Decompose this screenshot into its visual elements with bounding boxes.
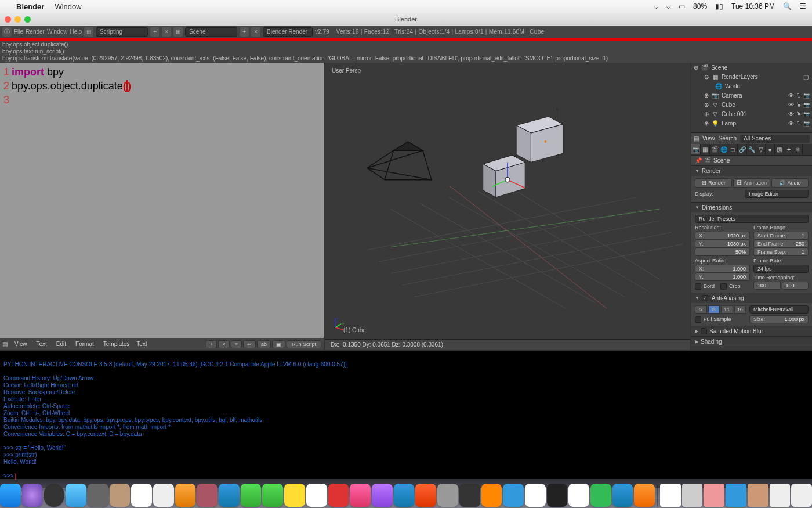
remap-new-field[interactable]: 100 [782,282,809,290]
appstore-app-icon[interactable] [394,484,415,507]
outliner-item[interactable]: ⊕▽Cube.001👁🖰📷 [691,109,812,118]
shading-panel-header[interactable]: ▶Shading [691,336,812,347]
world-tab-icon[interactable]: 🌐 [719,144,728,154]
atom-app-icon[interactable] [612,484,633,507]
itunes-app-icon[interactable] [350,484,371,507]
render-icon[interactable]: 📷 [803,120,810,127]
info-editor-icon[interactable]: ⓘ [2,27,12,37]
code-editor[interactable]: 1import bpy 2bpy.ops.object.duplicate() … [0,63,324,338]
cursor-icon[interactable]: 🖰 [796,120,802,127]
particles-tab-icon[interactable]: ✦ [784,144,793,154]
audio-button[interactable]: 🔊Audio [771,178,809,188]
animation-button[interactable]: 🎞Animation [733,178,770,188]
scene-remove-icon[interactable]: × [251,27,260,37]
res-pct-field[interactable]: 50% [695,248,750,256]
pin-icon[interactable]: 📌 [695,157,702,164]
outliner-search-menu[interactable]: Search [719,135,737,142]
aa-panel-header[interactable]: ▼Anti-Aliasing [691,293,812,303]
outliner[interactable]: ⊖🎬Scene ⊖▦RenderLayers▢ 🌐World ⊕📷Camera👁… [691,63,812,132]
render-icon[interactable]: 📷 [803,102,810,108]
reminders-app-icon[interactable] [306,484,327,507]
te-text-menu[interactable]: Text [34,341,49,347]
aspect-x-field[interactable]: X:1.000 [695,265,750,273]
te-format-menu[interactable]: Format [73,341,96,347]
physics-tab-icon[interactable]: ⚛ [793,144,803,154]
outliner-item[interactable]: ⊕💡Lamp👁🖰📷 [691,118,812,128]
crop-checkbox[interactable] [720,283,727,290]
render-button[interactable]: 🖼Render [695,178,732,188]
eye-icon[interactable]: 👁 [788,111,795,117]
notes-app-icon[interactable] [284,484,305,507]
ibooks-app-icon[interactable] [175,484,196,507]
launchpad-app-icon[interactable] [44,484,64,507]
airplay-icon[interactable]: ▭ [679,2,685,10]
outliner-scene[interactable]: ⊖🎬Scene [691,63,812,72]
wifi-icon[interactable]: ⌵ [666,2,670,10]
run-script-button[interactable]: Run Script [287,340,321,348]
fps-dropdown[interactable]: 24 fps [753,265,809,273]
layout-remove-icon[interactable]: × [162,27,171,37]
fullsample-checkbox[interactable] [695,316,701,323]
window-menu[interactable]: Window [55,2,81,11]
3d-viewport[interactable]: User Persp [325,63,691,350]
end-frame-field[interactable]: End Frame:250 [753,240,809,248]
window-menu-2[interactable]: Window [47,28,68,35]
outliner-type-icon[interactable]: ▤ [694,135,699,142]
texture-tab-icon[interactable]: ▨ [775,144,784,154]
object-tab-icon[interactable]: □ [728,144,738,154]
aa-filter-dropdown[interactable]: Mitchell-Netravali [749,305,809,314]
calendar-app-icon[interactable] [131,484,152,507]
cursor-icon[interactable]: 🖰 [796,92,802,99]
text-unlink-icon[interactable]: × [218,340,229,348]
outliner-item[interactable]: ⊕▽Cube👁🖰📷 [691,100,812,109]
menu-extras-icon[interactable]: ☰ [800,2,806,10]
blender-app-icon[interactable] [634,484,655,507]
screen-layout-dropdown[interactable]: Scripting [96,27,148,37]
scene-tab-icon[interactable]: 🎬 [710,144,719,154]
border-checkbox[interactable] [695,283,701,290]
aa-16[interactable]: 16 [734,305,746,314]
te-templates-menu[interactable]: Templates [101,341,132,347]
sysprefs-app-icon[interactable] [437,484,458,507]
toggle-wrap-icon[interactable]: ↩ [243,340,256,348]
outliner-item[interactable]: 🌐World [691,81,812,91]
aa-11[interactable]: 11 [721,305,733,314]
aa-8[interactable]: 8 [708,305,720,314]
text-datablock[interactable]: Text [136,341,188,347]
help-menu[interactable]: Help [70,28,82,35]
res-y-field[interactable]: Y:1080 px [695,240,750,248]
idea-app-icon[interactable] [459,484,480,507]
render-menu[interactable]: Render [26,28,45,35]
bluetooth-icon[interactable]: ⌵ [654,2,658,10]
te-edit-menu[interactable]: Edit [54,341,68,347]
app-icon[interactable] [415,484,436,507]
aa-enable-checkbox[interactable] [702,295,708,301]
constraints-tab-icon[interactable]: 🔗 [738,144,747,154]
eye-icon[interactable]: 👁 [788,120,795,127]
scene-browse-icon[interactable]: ⊞ [173,27,183,37]
facetime-app-icon[interactable] [262,484,283,507]
data-tab-icon[interactable]: ▽ [756,144,766,154]
app-menu[interactable]: Blender [16,2,44,11]
sublime-app-icon[interactable] [481,484,502,507]
photos-app-icon[interactable] [153,484,174,507]
contacts-app-icon[interactable] [110,484,130,507]
scene-dropdown[interactable]: Scene [185,27,237,37]
trash-icon[interactable] [791,484,812,507]
text-add-icon[interactable]: + [206,340,217,348]
file-menu[interactable]: File [14,28,23,35]
eye-icon[interactable]: 👁 [788,102,795,108]
te-view-menu[interactable]: View [12,341,30,347]
clock[interactable]: Tue 10:36 PM [731,2,775,10]
aa-size-field[interactable]: Size:1.000 px [749,315,809,323]
renderlayer-icon[interactable]: ▢ [802,73,810,81]
messages-app-icon[interactable] [241,484,262,507]
aa-5[interactable]: 5 [695,305,707,314]
terminal-app-icon[interactable] [547,484,568,507]
smb-panel-header[interactable]: ▶Sampled Motion Blur [691,326,812,336]
podcast-app-icon[interactable] [372,484,393,507]
app-icon[interactable] [503,484,524,507]
display-mode-dropdown[interactable]: Image Editor [745,190,809,198]
dock-stack[interactable] [660,484,681,507]
chrome-app-icon[interactable] [525,484,546,507]
